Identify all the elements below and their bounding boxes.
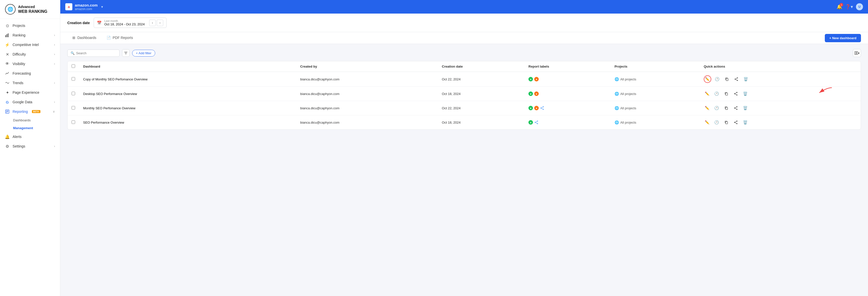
delete-button[interactable]: 🗑️ <box>742 76 749 83</box>
row-checkbox-cell <box>68 87 79 101</box>
share-button[interactable] <box>733 76 740 83</box>
edit-button[interactable]: ✏️ <box>704 119 711 126</box>
sidebar-item-ranking[interactable]: Ranking › <box>0 30 60 40</box>
copy-button[interactable] <box>723 119 730 126</box>
globe-icon: 🌐 <box>615 92 619 96</box>
domain-name: amazon.com <box>75 3 98 7</box>
globe-icon: 🌐 <box>615 120 619 124</box>
date-prev-button[interactable]: ‹ <box>149 20 156 26</box>
domain-sub: amazon.com <box>75 7 98 11</box>
sidebar-item-google-data[interactable]: G Google Data › <box>0 97 60 107</box>
edit-button[interactable]: ✏️ <box>704 76 711 83</box>
svg-point-20 <box>736 92 737 93</box>
svg-rect-2 <box>8 33 8 37</box>
page-experience-icon: ✦ <box>5 90 9 95</box>
columns-settings-button[interactable]: ▾ <box>853 49 861 57</box>
history-button[interactable]: 🕐 <box>714 76 721 83</box>
sidebar-item-label: Google Data <box>12 100 32 104</box>
copy-button[interactable] <box>723 90 730 97</box>
history-button[interactable]: 🕐 <box>713 90 720 97</box>
row-checkbox[interactable] <box>71 106 75 110</box>
row-checkbox[interactable] <box>71 92 75 95</box>
delete-button[interactable]: 🗑️ <box>742 105 749 112</box>
dashboard-name: Copy of Monthly SEO Perfomance Overview <box>83 78 148 81</box>
date-next-button[interactable]: › <box>157 20 163 26</box>
sidebar-item-label: Settings <box>12 144 25 148</box>
notifications-button[interactable]: 🔔 1 <box>837 4 842 9</box>
quick-actions-column-header: Quick actions <box>700 61 861 72</box>
sidebar-item-reporting[interactable]: Reporting BETA ∨ <box>0 107 60 116</box>
help-button[interactable]: ❓▾ <box>845 4 853 9</box>
globe-icon: 🌐 <box>615 77 619 81</box>
new-dashboard-button[interactable]: + New dashboard <box>825 34 861 42</box>
projects-cell: 🌐 All projects <box>611 87 700 101</box>
sidebar-item-label: Forecasting <box>12 71 31 76</box>
dashboard-name: SEO Performance Overview <box>83 121 124 124</box>
tab-dashboards[interactable]: ⊞ Dashboards <box>67 32 101 44</box>
table-row: SEO Performance Overview bianca.dicu@cap… <box>68 115 861 130</box>
domain-chevron-icon[interactable]: ▾ <box>101 5 103 9</box>
add-filter-button[interactable]: + Add filter <box>132 50 155 57</box>
share-button[interactable] <box>733 105 739 112</box>
chevron-right-icon: › <box>54 145 55 148</box>
date-range-value: Oct 18, 2024 - Oct 23, 2024 <box>104 22 145 26</box>
difficulty-icon: ✕ <box>5 52 9 57</box>
sidebar-item-visibility[interactable]: 👁 Visibility › <box>0 59 60 68</box>
dashboard-table: Dashboard Created by Creation date Repor… <box>68 61 861 129</box>
svg-point-31 <box>736 107 737 107</box>
report-labels-cell: ● <box>524 115 611 130</box>
history-button[interactable]: 🕐 <box>713 119 720 126</box>
edit-button[interactable]: ✏️ <box>704 105 711 112</box>
calendar-icon: 📅 <box>97 21 102 25</box>
edit-button[interactable]: ✏️ <box>704 90 711 97</box>
green-status-icon: ● <box>528 120 533 125</box>
svg-point-16 <box>735 79 735 80</box>
table-toolbar: 🔍 + Add filter ▾ <box>67 49 861 57</box>
search-input[interactable] <box>76 51 116 55</box>
copy-button[interactable] <box>723 76 731 83</box>
quick-actions-cell: ✏️ 🕐 🗑️ <box>700 72 861 87</box>
tab-pdf-reports[interactable]: 📄 PDF Reports <box>101 32 138 44</box>
sidebar-sub-item-dashboards[interactable]: Dashboards <box>0 116 60 124</box>
svg-point-27 <box>541 108 541 109</box>
copy-button[interactable] <box>723 105 730 112</box>
filter-options-button[interactable] <box>122 49 130 57</box>
history-button[interactable]: 🕐 <box>713 105 720 112</box>
chevron-right-icon: › <box>54 81 55 85</box>
user-avatar[interactable]: U <box>856 3 863 10</box>
sidebar-item-alerts[interactable]: 🔔 Alerts <box>0 132 60 142</box>
chevron-right-icon: › <box>54 53 55 56</box>
data-table: Dashboard Created by Creation date Repor… <box>67 61 861 130</box>
created-by-cell: bianca.dicu@caphyon.com <box>296 115 438 130</box>
delete-button[interactable]: 🗑️ <box>742 90 749 97</box>
share-button[interactable] <box>733 119 739 126</box>
green-status-icon: ● <box>528 106 533 110</box>
share-button[interactable] <box>733 90 739 97</box>
sidebar-item-difficulty[interactable]: ✕ Difficulty › <box>0 50 60 59</box>
sidebar-item-settings[interactable]: ⚙ Settings › <box>0 142 60 151</box>
sidebar: 🌐 Advanced WEB RANKING ⊙ Projects Rankin… <box>0 0 60 296</box>
created-by-cell: bianca.dicu@caphyon.com <box>296 87 438 101</box>
share-status-icon <box>540 106 545 110</box>
svg-line-28 <box>541 107 543 108</box>
date-filter-bar: Creation date 📅 Last month Oct 18, 2024 … <box>60 13 868 32</box>
sidebar-item-page-experience[interactable]: ✦ Page Experience <box>0 88 60 97</box>
sidebar-item-trends[interactable]: Trends › <box>0 78 60 88</box>
select-all-checkbox[interactable] <box>71 64 75 68</box>
created-by-cell: bianca.dicu@caphyon.com <box>296 101 438 115</box>
svg-line-24 <box>735 94 736 95</box>
sidebar-item-projects[interactable]: ⊙ Projects <box>0 21 60 30</box>
delete-button[interactable]: 🗑️ <box>742 119 749 126</box>
search-icon: 🔍 <box>70 51 74 55</box>
sidebar-item-competitive-intel[interactable]: ⚡ Competitive Intel › <box>0 40 60 50</box>
row-checkbox[interactable] <box>71 77 75 81</box>
created-by-column-header: Created by <box>296 61 438 72</box>
sidebar-sub-item-management[interactable]: Management <box>0 124 60 132</box>
creation-date-column-header: Creation date <box>438 61 524 72</box>
sidebar-item-forecasting[interactable]: Forecasting <box>0 68 60 78</box>
trends-icon <box>5 81 9 85</box>
date-picker[interactable]: 📅 Last month Oct 18, 2024 - Oct 23, 2024… <box>94 18 166 28</box>
projects-label: All projects <box>620 78 637 81</box>
row-checkbox[interactable] <box>71 120 75 124</box>
sidebar-item-label: Alerts <box>12 135 22 139</box>
